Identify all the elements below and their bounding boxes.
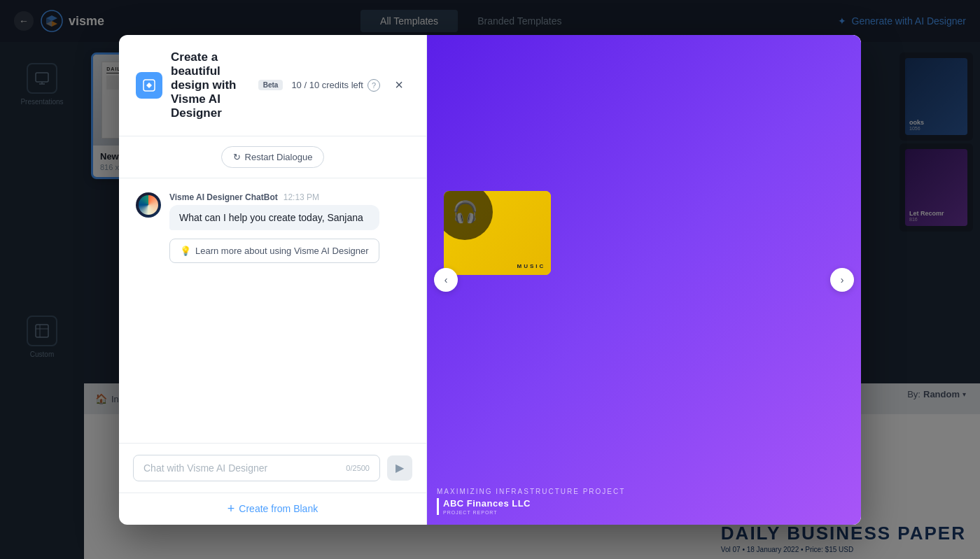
modal-title-group: Create a beautiful design with Visme AI … [171, 50, 283, 120]
chat-meta: Visme AI Designer ChatBot 12:13 PM [169, 192, 379, 202]
chat-sender: Visme AI Designer ChatBot [169, 192, 278, 202]
create-from-blank[interactable]: + Create from Blank [119, 493, 426, 525]
restart-icon: ↻ [233, 152, 241, 162]
gallery-next-arrow[interactable]: › [830, 268, 854, 292]
send-button[interactable]: ▶ [387, 455, 412, 481]
learn-more-button[interactable]: 💡 Learn more about using Visme AI Design… [169, 239, 379, 263]
gallery-row-1: MAXIMIZING INFRASTRUCTURE PROJECT ABC Fi… [444, 80, 844, 184]
chat-bubble-group: Visme AI Designer ChatBot 12:13 PM What … [169, 192, 379, 263]
chat-bubble: What can I help you create today, Sanjan… [169, 205, 379, 230]
beta-badge: Beta [258, 80, 284, 90]
restart-button[interactable]: ↻ Restart Dialogue [221, 146, 325, 168]
bulb-icon: 💡 [180, 246, 191, 256]
avatar-inner [139, 195, 158, 215]
modal-title: Create a beautiful design with Visme AI … [171, 50, 283, 120]
char-count: 0/2500 [346, 464, 370, 472]
help-icon[interactable]: ? [368, 79, 380, 92]
modal-right-panel: Generate beautiful designs like these wi… [427, 35, 861, 525]
chat-time: 12:13 PM [284, 192, 319, 202]
credits-info: 10 / 10 credits left ? [291, 79, 380, 92]
chat-input-wrap[interactable]: Chat with Visme AI Designer 0/2500 [133, 455, 380, 481]
modal-left-panel: Create a beautiful design with Visme AI … [119, 35, 427, 525]
avatar [136, 192, 161, 218]
close-button[interactable]: × [388, 75, 410, 96]
ai-designer-modal: Create a beautiful design with Visme AI … [119, 35, 861, 525]
plus-icon: + [227, 502, 235, 516]
modal-header: Create a beautiful design with Visme AI … [119, 35, 426, 136]
chat-message: Visme AI Designer ChatBot 12:13 PM What … [136, 192, 410, 263]
gallery-prev-arrow[interactable]: ‹ [434, 268, 458, 292]
modal-overlay: Create a beautiful design with Visme AI … [0, 0, 980, 559]
gallery-item-abc[interactable]: MAXIMIZING INFRASTRUCTURE PROJECT ABC Fi… [444, 80, 615, 184]
restart-bar: ↻ Restart Dialogue [119, 136, 426, 178]
gallery-item-music[interactable]: 🎧 MUSIC [444, 191, 551, 275]
modal-header-icon [136, 72, 162, 99]
chat-input-placeholder: Chat with Visme AI Designer [144, 462, 267, 474]
chat-area: Visme AI Designer ChatBot 12:13 PM What … [119, 178, 426, 443]
chat-input-area: Chat with Visme AI Designer 0/2500 ▶ [119, 443, 426, 493]
